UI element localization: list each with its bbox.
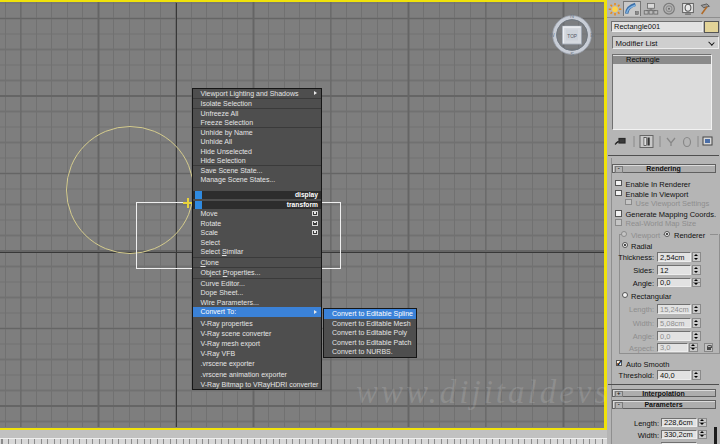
svg-text:S: S <box>570 51 574 57</box>
svg-text:W: W <box>550 32 556 38</box>
svg-text:TOP: TOP <box>567 34 577 39</box>
svg-text:E: E <box>590 32 594 38</box>
svg-text:N: N <box>570 13 574 19</box>
